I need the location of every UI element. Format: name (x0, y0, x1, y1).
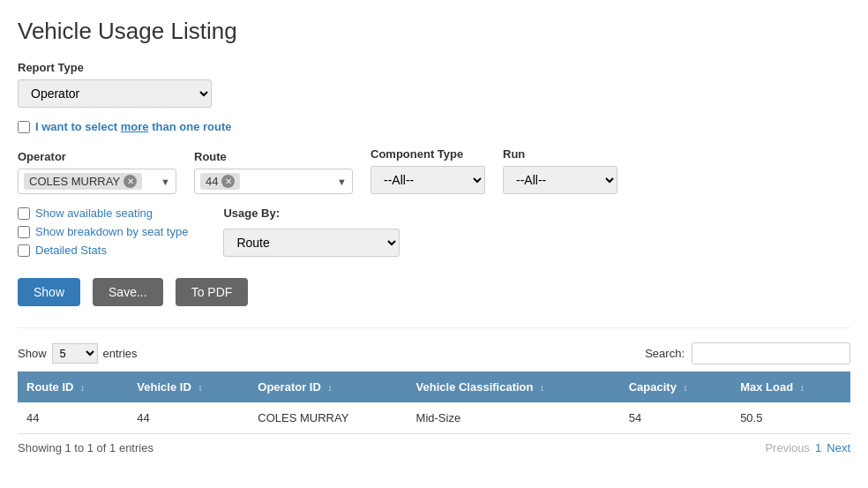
previous-button[interactable]: Previous (765, 441, 810, 454)
pagination: Previous 1 Next (765, 441, 850, 454)
usage-by-label: Usage By: (223, 206, 400, 220)
table-footer: Showing 1 to 1 of 1 entries Previous 1 N… (18, 441, 850, 454)
show-button[interactable]: Show (18, 278, 80, 306)
sort-vehicle-id-icon: ↕ (198, 383, 202, 393)
options-checkboxes: Show available seating Show breakdown by… (18, 206, 188, 257)
multi-route-label-end: than one route (149, 120, 232, 133)
run-label: Run (503, 147, 617, 161)
vehicle-usage-table: Route ID ↕ Vehicle ID ↕ Operator ID ↕ Ve… (18, 372, 850, 434)
cell-route_id: 44 (18, 402, 128, 434)
operator-tag: COLES MURRAY ✕ (24, 173, 142, 190)
show-breakdown-label[interactable]: Show breakdown by seat type (35, 225, 188, 238)
col-route-id[interactable]: Route ID ↕ (18, 372, 128, 402)
route-label: Route (194, 150, 353, 163)
cell-vehicle_id: 44 (128, 402, 249, 434)
sort-operator-id-icon: ↕ (327, 383, 332, 393)
save-button[interactable]: Save... (93, 278, 163, 306)
cell-max_load: 50.5 (731, 402, 850, 434)
usage-by-group: Usage By: Route Operator Vehicle (223, 206, 400, 257)
report-type-label: Report Type (18, 61, 850, 74)
entries-label: entries (103, 347, 138, 360)
multi-route-more: more (121, 120, 149, 133)
cell-capacity: 54 (620, 402, 731, 434)
operator-label: Operator (18, 150, 176, 163)
operator-remove-btn[interactable]: ✕ (123, 175, 137, 188)
show-breakdown-checkbox[interactable] (18, 226, 30, 238)
entries-select[interactable]: 5 10 25 50 100 (52, 343, 98, 364)
operator-input-wrap[interactable]: COLES MURRAY ✕ ▼ (18, 169, 176, 194)
show-available-seating-checkbox[interactable] (18, 207, 30, 220)
component-type-select[interactable]: --All-- (370, 166, 485, 194)
usage-by-select[interactable]: Route Operator Vehicle (223, 229, 400, 257)
route-remove-btn[interactable]: ✕ (221, 175, 235, 188)
table-row: 4444COLES MURRAYMid-Size5450.5 (18, 402, 850, 434)
route-tag-value: 44 (206, 175, 218, 188)
cell-vehicle_classification: Mid-Size (408, 402, 620, 434)
pdf-button[interactable]: To PDF (176, 278, 249, 306)
operator-tag-value: COLES MURRAY (29, 175, 120, 188)
detailed-stats-label[interactable]: Detailed Stats (35, 244, 107, 257)
sort-capacity-icon: ↕ (684, 383, 688, 393)
table-controls: Show 5 10 25 50 100 entries Search: (18, 342, 850, 364)
col-operator-id[interactable]: Operator ID ↕ (249, 372, 407, 402)
show-label: Show (18, 347, 47, 360)
sort-vehicle-class-icon: ↕ (540, 383, 544, 393)
page-title: Vehicle Usage Listing (18, 18, 850, 45)
multi-route-label-start: I want to select (35, 120, 121, 133)
detailed-stats-checkbox[interactable] (18, 244, 30, 257)
current-page: 1 (815, 441, 821, 454)
search-label: Search: (645, 347, 685, 360)
run-select[interactable]: --All-- (503, 166, 617, 194)
next-button[interactable]: Next (827, 441, 850, 454)
route-dropdown-arrow[interactable]: ▼ (337, 176, 347, 187)
report-type-select[interactable]: OperatorRouteVehicle (18, 79, 212, 108)
sort-route-id-icon: ↕ (80, 383, 85, 393)
cell-operator_id: COLES MURRAY (249, 402, 407, 434)
operator-dropdown-arrow[interactable]: ▼ (161, 176, 170, 187)
col-max-load[interactable]: Max Load ↕ (731, 372, 850, 402)
col-vehicle-classification[interactable]: Vehicle Classification ↕ (408, 372, 620, 402)
showing-text: Showing 1 to 1 of 1 entries (18, 441, 153, 454)
sort-max-load-icon: ↕ (800, 383, 804, 393)
col-vehicle-id[interactable]: Vehicle ID ↕ (128, 372, 249, 402)
col-capacity[interactable]: Capacity ↕ (620, 372, 731, 402)
show-available-seating-label[interactable]: Show available seating (35, 206, 153, 220)
component-type-label: Component Type (370, 147, 485, 161)
table-header-row: Route ID ↕ Vehicle ID ↕ Operator ID ↕ Ve… (18, 372, 850, 402)
route-input-wrap[interactable]: 44 ✕ ▼ (194, 169, 353, 194)
route-tag: 44 ✕ (200, 173, 240, 190)
multi-route-checkbox[interactable] (18, 121, 30, 133)
multi-route-label[interactable]: I want to select more than one route (35, 120, 232, 133)
search-input[interactable] (692, 342, 850, 364)
